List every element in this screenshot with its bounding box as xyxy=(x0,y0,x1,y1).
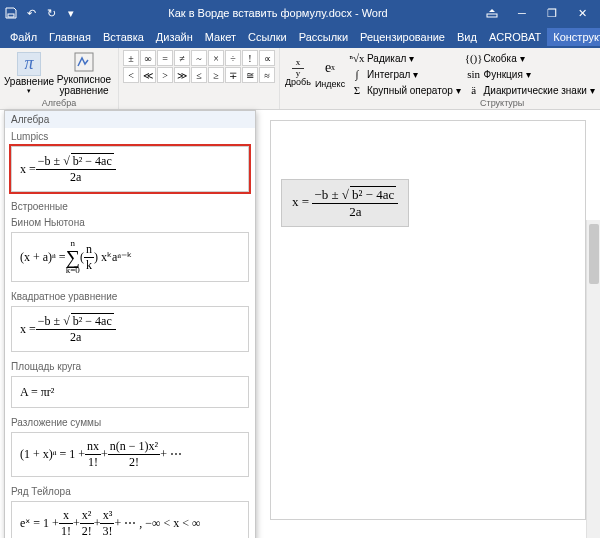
symbol-≅[interactable]: ≅ xyxy=(242,67,258,83)
tab-acrobat[interactable]: ACROBAT xyxy=(483,28,547,46)
gallery-section-label: Бином Ньютона xyxy=(5,214,255,230)
struct-Интеграл[interactable]: ∫Интеграл ▾ xyxy=(348,66,463,82)
group-symbols: ±∞=≠~×÷!∝<≪>≫≤≥∓≅≈ xyxy=(119,48,280,109)
ink-equation-button[interactable]: Рукописное уравнение xyxy=(54,50,114,96)
gallery-section-label: Разложение суммы xyxy=(5,414,255,430)
script-icon: ex xyxy=(318,56,342,80)
document-page[interactable]: x = −b ± √b² − 4ac 2a xyxy=(270,120,586,520)
fraction-button[interactable]: xy Дробь xyxy=(284,50,312,96)
struct-icon: sin xyxy=(467,67,481,81)
save-icon[interactable] xyxy=(4,6,18,20)
gallery-item[interactable]: x = −b ± √b² − 4ac2a xyxy=(11,146,249,192)
symbol-÷[interactable]: ÷ xyxy=(225,50,241,66)
gallery-item[interactable]: (x + a)ⁿ = n∑k=0 (nk) xᵏaⁿ⁻ᵏ xyxy=(11,232,249,282)
group-label-structures: Структуры xyxy=(284,98,600,109)
tab-file[interactable]: Файл xyxy=(4,28,43,46)
gallery-section-label: Lumpics xyxy=(5,128,255,144)
symbol-±[interactable]: ± xyxy=(123,50,139,66)
gallery-section-label: Площадь круга xyxy=(5,358,255,374)
tab-home[interactable]: Главная xyxy=(43,28,97,46)
tab-review[interactable]: Рецензирование xyxy=(354,28,451,46)
fraction-icon: xy xyxy=(292,58,304,79)
symbol-≠[interactable]: ≠ xyxy=(174,50,190,66)
struct-Функция[interactable]: sinФункция ▾ xyxy=(465,66,597,82)
tab-mailings[interactable]: Рассылки xyxy=(293,28,354,46)
gallery-header: Алгебра xyxy=(5,111,255,128)
gallery-section-label: Квадратное уравнение xyxy=(5,288,255,304)
struct-Радикал[interactable]: ⁿ√xРадикал ▾ xyxy=(348,50,463,66)
svg-rect-0 xyxy=(8,14,14,17)
struct-Крупный оператор[interactable]: ΣКрупный оператор ▾ xyxy=(348,82,463,98)
gallery-item[interactable]: (1 + x)ⁿ = 1 + nx1! + n(n − 1)x²2! + ⋯ xyxy=(11,432,249,477)
ink-icon xyxy=(72,50,96,74)
qat-dropdown-icon[interactable]: ▾ xyxy=(64,6,78,20)
script-button[interactable]: ex Индекс xyxy=(316,50,344,96)
document-area: Алгебра Lumpicsx = −b ± √b² − 4ac2aВстро… xyxy=(0,110,600,538)
symbol-∞[interactable]: ∞ xyxy=(140,50,156,66)
gallery-item[interactable]: x = −b ± √b² − 4ac2a xyxy=(11,306,249,352)
struct-Скобка[interactable]: {()}Скобка ▾ xyxy=(465,50,597,66)
equation-gallery: Алгебра Lumpicsx = −b ± √b² − 4ac2aВстро… xyxy=(4,110,256,538)
struct-icon: Σ xyxy=(350,83,364,97)
undo-icon[interactable]: ↶ xyxy=(24,6,38,20)
equation-button[interactable]: π Уравнение ▾ xyxy=(4,50,54,96)
gallery-item[interactable]: eˣ = 1 + x1! + x²2! + x³3! + ⋯ , −∞ < x … xyxy=(11,501,249,538)
restore-button[interactable]: ❐ xyxy=(538,3,566,23)
gallery-section-label: Встроенные xyxy=(5,198,255,214)
symbol-<[interactable]: < xyxy=(123,67,139,83)
struct-icon: {()} xyxy=(467,51,481,65)
symbol-≪[interactable]: ≪ xyxy=(140,67,156,83)
symbol-≥[interactable]: ≥ xyxy=(208,67,224,83)
symbol-×[interactable]: × xyxy=(208,50,224,66)
group-tools: π Уравнение ▾ Рукописное уравнение Алгеб… xyxy=(0,48,119,109)
window-controls: ─ ❐ ✕ xyxy=(478,3,596,23)
gallery-item[interactable]: A = πr² xyxy=(11,376,249,408)
minimize-button[interactable]: ─ xyxy=(508,3,536,23)
symbol-∝[interactable]: ∝ xyxy=(259,50,275,66)
tab-view[interactable]: Вид xyxy=(451,28,483,46)
svg-rect-1 xyxy=(487,14,497,17)
symbol-≫[interactable]: ≫ xyxy=(174,67,190,83)
chevron-down-icon: ▾ xyxy=(27,87,31,95)
equation-object[interactable]: x = −b ± √b² − 4ac 2a xyxy=(281,179,409,227)
symbol-≤[interactable]: ≤ xyxy=(191,67,207,83)
redo-icon[interactable]: ↻ xyxy=(44,6,58,20)
symbol-=[interactable]: = xyxy=(157,50,173,66)
pi-icon: π xyxy=(17,52,41,76)
symbol-∓[interactable]: ∓ xyxy=(225,67,241,83)
group-structures: xy Дробь ex Индекс ⁿ√xРадикал ▾∫Интеграл… xyxy=(280,48,600,109)
struct-icon: ä xyxy=(467,83,481,97)
symbol->[interactable]: > xyxy=(157,67,173,83)
vertical-scrollbar[interactable] xyxy=(586,220,600,538)
scroll-thumb[interactable] xyxy=(589,224,599,284)
tab-layout[interactable]: Макет xyxy=(199,28,242,46)
struct-icon: ∫ xyxy=(350,67,364,81)
ribbon: π Уравнение ▾ Рукописное уравнение Алгеб… xyxy=(0,48,600,110)
symbol-~[interactable]: ~ xyxy=(191,50,207,66)
title-bar: ↶ ↻ ▾ Как в Ворде вставить формулу.docx … xyxy=(0,0,600,26)
group-label-algebra: Алгебра xyxy=(4,98,114,109)
tab-design[interactable]: Дизайн xyxy=(150,28,199,46)
gallery-section-label: Ряд Тейлора xyxy=(5,483,255,499)
struct-Диакритические знаки[interactable]: äДиакритические знаки ▾ xyxy=(465,82,597,98)
symbol-≈[interactable]: ≈ xyxy=(259,67,275,83)
tab-references[interactable]: Ссылки xyxy=(242,28,293,46)
symbol-![interactable]: ! xyxy=(242,50,258,66)
ribbon-options-icon[interactable] xyxy=(478,3,506,23)
ribbon-tabs: Файл Главная Вставка Дизайн Макет Ссылки… xyxy=(0,26,600,48)
tab-insert[interactable]: Вставка xyxy=(97,28,150,46)
tab-design-tools[interactable]: Конструктор xyxy=(547,28,600,46)
document-title: Как в Ворде вставить формулу.docx - Word xyxy=(78,7,478,19)
quick-access-toolbar: ↶ ↻ ▾ xyxy=(4,6,78,20)
struct-icon: ⁿ√x xyxy=(350,51,364,65)
close-button[interactable]: ✕ xyxy=(568,3,596,23)
